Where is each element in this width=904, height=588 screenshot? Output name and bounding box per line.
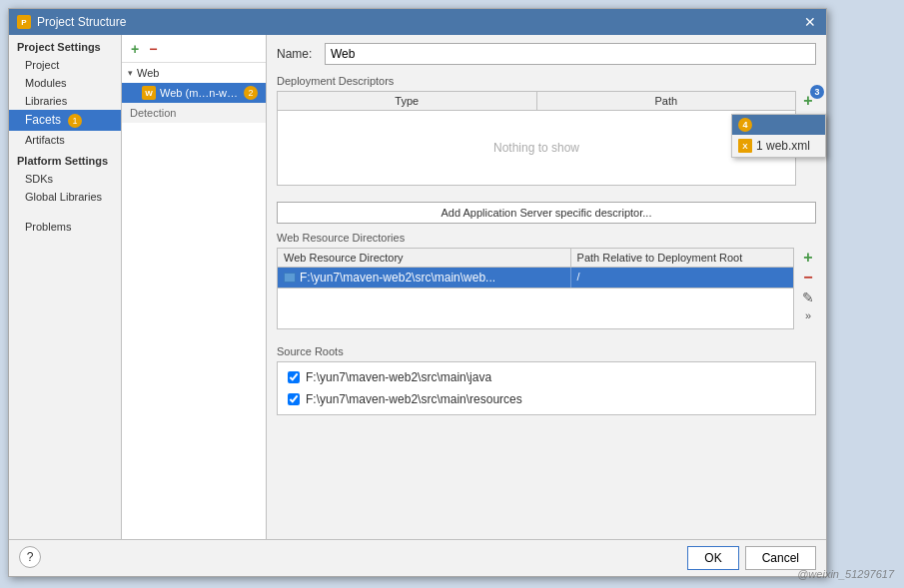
dialog-body: Project Settings Project Modules Librari… — [9, 35, 826, 539]
web-resource-section-title: Web Resource Directories — [277, 232, 816, 244]
help-button[interactable]: ? — [19, 546, 41, 568]
sidebar-item-artifacts[interactable]: Artifacts — [9, 131, 121, 149]
ok-button[interactable]: OK — [687, 546, 738, 570]
tree-arrow: ▾ — [128, 68, 133, 78]
close-button[interactable]: ✕ — [802, 14, 818, 30]
web-resource-row[interactable]: F:\yun7\maven-web2\src\main\web... / — [278, 268, 793, 289]
project-settings-label: Project Settings — [9, 35, 121, 56]
titlebar-left: P Project Structure — [17, 15, 126, 29]
web-resource-table-container: Web Resource Directory Path Relative to … — [277, 248, 794, 337]
cancel-button[interactable]: Cancel — [745, 546, 816, 570]
sidebar-item-problems[interactable]: Problems — [9, 218, 121, 236]
dialog-title: Project Structure — [37, 15, 126, 29]
tree-root-label: Web — [137, 67, 159, 79]
remove-web-resource-button[interactable]: − — [800, 270, 816, 286]
source-root-1-row: F:\yun7\maven-web2\src\main\java — [284, 366, 809, 388]
titlebar: P Project Structure ✕ — [9, 9, 826, 35]
descriptor-table: Type Path Nothing to show — [277, 91, 796, 186]
detection-label: Detection — [122, 103, 266, 123]
add-descriptor-button[interactable]: + 3 — [800, 93, 816, 109]
name-row: Name: — [277, 43, 816, 65]
source-root-1-checkbox[interactable] — [288, 371, 300, 383]
nothing-to-show: Nothing to show — [278, 111, 795, 185]
name-input[interactable] — [325, 43, 816, 65]
path-relative-col-header: Path Relative to Deployment Root — [571, 249, 793, 267]
web-resource-header: Web Resource Directory Path Relative to … — [278, 249, 793, 268]
badge-1: 1 — [68, 114, 82, 128]
source-roots-box: F:\yun7\maven-web2\src\main\java F:\yun7… — [277, 361, 816, 415]
source-root-2-row: F:\yun7\maven-web2\src\main\resources — [284, 388, 809, 410]
web-xml-icon: X — [738, 139, 752, 153]
web-dir-cell: F:\yun7\maven-web2\src\main\web... — [278, 268, 571, 288]
sidebar-item-project[interactable]: Project — [9, 56, 121, 74]
watermark: @weixin_51297617 — [797, 568, 894, 580]
name-label: Name: — [277, 47, 317, 61]
web-xml-label: 1 web.xml — [756, 139, 810, 153]
add-facet-button[interactable]: + — [128, 40, 142, 58]
web-resource-side-buttons: + − ✎ » — [798, 248, 816, 321]
project-structure-dialog: P Project Structure ✕ Project Settings P… — [8, 8, 827, 577]
edit-web-resource-button[interactable]: ✎ — [800, 290, 816, 305]
source-root-1-label: F:\yun7\maven-web2\src\main\java — [306, 370, 491, 384]
add-app-server-descriptor-button[interactable]: Add Application Server specific descript… — [277, 202, 816, 224]
sidebar-item-modules[interactable]: Modules — [9, 74, 121, 92]
sidebar: Project Settings Project Modules Librari… — [9, 35, 122, 539]
type-column-header: Type — [278, 92, 537, 110]
tree-child-item[interactable]: W Web (m…n-w… 2 — [122, 83, 266, 103]
path-column-header: Path — [537, 92, 796, 110]
middle-panel: + − ▾ Web W Web (m…n-w… 2 Detection — [122, 35, 267, 539]
sidebar-item-facets[interactable]: Facets 1 — [9, 110, 121, 131]
web-resource-container: Web Resource Directory Path Relative to … — [277, 248, 816, 337]
more-web-resource-button[interactable]: » — [800, 309, 816, 321]
dialog-footer: ? OK Cancel — [9, 539, 826, 576]
popup-header: 4 — [732, 115, 825, 135]
badge-2: 2 — [244, 86, 258, 100]
dialog-icon: P — [17, 15, 31, 29]
sidebar-item-global-libraries[interactable]: Global Libraries — [9, 188, 121, 206]
footer-spacer — [47, 546, 681, 570]
source-root-2-label: F:\yun7\maven-web2\src\main\resources — [306, 392, 522, 406]
add-web-resource-button[interactable]: + — [800, 250, 816, 266]
deployment-section-title: Deployment Descriptors — [277, 75, 816, 87]
middle-toolbar: + − — [122, 35, 266, 63]
facet-icon: W — [142, 86, 156, 100]
remove-facet-button[interactable]: − — [146, 40, 160, 58]
path-cell: / — [571, 268, 793, 288]
sidebar-item-libraries[interactable]: Libraries — [9, 92, 121, 110]
platform-settings-label: Platform Settings — [9, 149, 121, 170]
badge-4: 4 — [738, 118, 752, 132]
web-xml-popup: 4 X 1 web.xml — [731, 114, 826, 158]
empty-space — [278, 289, 793, 328]
web-xml-item[interactable]: X 1 web.xml — [732, 135, 825, 157]
tree-root-item[interactable]: ▾ Web — [122, 63, 266, 83]
badge-3: 3 — [810, 85, 824, 99]
main-content: Name: Deployment Descriptors Type Path N… — [267, 35, 826, 539]
source-root-2-checkbox[interactable] — [288, 393, 300, 405]
web-dir-col-header: Web Resource Directory — [278, 249, 571, 267]
sidebar-item-sdks[interactable]: SDKs — [9, 170, 121, 188]
web-resource-table: Web Resource Directory Path Relative to … — [277, 248, 794, 329]
source-roots-label: Source Roots — [277, 345, 816, 357]
tree-child-label: Web (m…n-w… — [160, 87, 238, 99]
descriptor-table-container: Type Path Nothing to show — [277, 91, 796, 194]
descriptor-table-header: Type Path — [278, 92, 795, 111]
dir-icon — [284, 273, 296, 283]
